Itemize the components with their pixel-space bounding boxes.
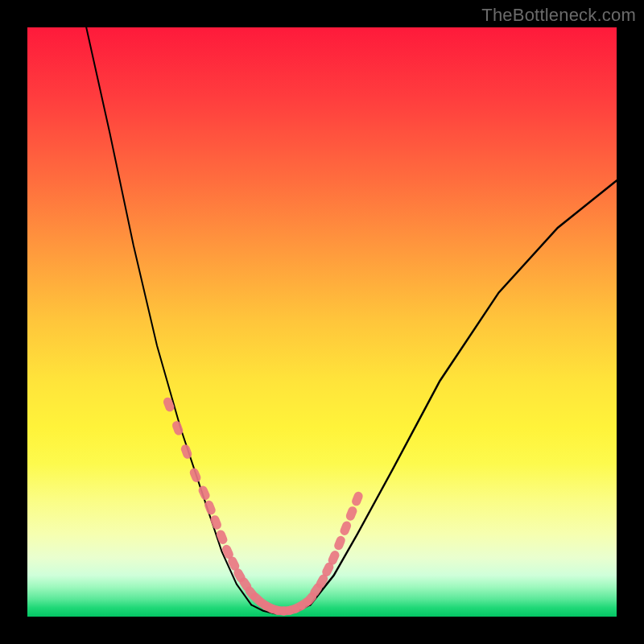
marker-group xyxy=(162,396,364,616)
marker-point xyxy=(345,506,358,522)
watermark-text: TheBottleneck.com xyxy=(481,5,636,26)
marker-point xyxy=(333,535,347,551)
plot-svg xyxy=(27,27,617,617)
marker-point xyxy=(162,396,175,413)
marker-point xyxy=(209,514,223,531)
marker-point xyxy=(350,490,364,507)
chart-frame: TheBottleneck.com xyxy=(0,0,644,644)
marker-point xyxy=(215,529,229,546)
plot-area xyxy=(27,27,617,617)
marker-point xyxy=(188,467,202,484)
curve-right-branch xyxy=(310,180,617,605)
marker-point xyxy=(339,520,353,537)
marker-point xyxy=(197,485,211,502)
curve-left-branch xyxy=(86,27,251,605)
